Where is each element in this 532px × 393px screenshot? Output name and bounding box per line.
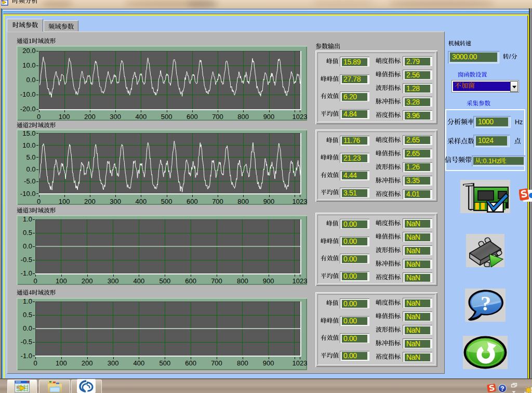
svg-text:?: ? xyxy=(481,292,491,315)
svg-text:?: ? xyxy=(500,385,504,392)
